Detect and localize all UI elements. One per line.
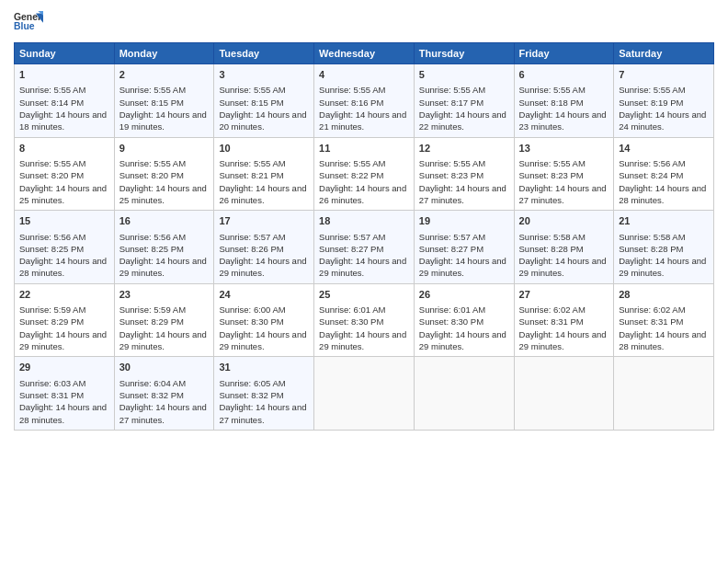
daylight-text: Daylight: 14 hours and 19 minutes. (119, 109, 210, 133)
calendar-day-cell: 20Sunrise: 5:58 AMSunset: 8:28 PMDayligh… (514, 211, 614, 284)
sunset-text: Sunset: 8:15 PM (219, 97, 309, 109)
calendar-day-cell: 17Sunrise: 5:57 AMSunset: 8:26 PMDayligh… (214, 211, 314, 284)
daylight-text: Daylight: 14 hours and 28 minutes. (619, 182, 709, 207)
calendar-day-cell: 19Sunrise: 5:57 AMSunset: 8:27 PMDayligh… (414, 211, 514, 284)
daylight-text: Daylight: 14 hours and 25 minutes. (19, 182, 109, 207)
daylight-text: Daylight: 14 hours and 29 minutes. (619, 255, 709, 280)
sunset-text: Sunset: 8:21 PM (219, 169, 309, 181)
sunrise-text: Sunrise: 5:56 AM (619, 157, 709, 169)
empty-cell (414, 357, 514, 431)
sunrise-text: Sunrise: 5:55 AM (19, 84, 109, 96)
col-header-thursday: Thursday (414, 43, 514, 64)
day-number: 17 (219, 214, 309, 228)
daylight-text: Daylight: 14 hours and 29 minutes. (19, 328, 109, 353)
calendar-day-cell: 5Sunrise: 5:55 AMSunset: 8:17 PMDaylight… (414, 64, 514, 138)
calendar-day-cell: 18Sunrise: 5:57 AMSunset: 8:27 PMDayligh… (314, 211, 415, 284)
daylight-text: Daylight: 14 hours and 21 minutes. (319, 109, 409, 133)
sunrise-text: Sunrise: 5:55 AM (519, 84, 609, 96)
calendar-header-row: SundayMondayTuesdayWednesdayThursdayFrid… (15, 43, 714, 64)
sunset-text: Sunset: 8:14 PM (19, 97, 109, 109)
calendar-week-row: 8Sunrise: 5:55 AMSunset: 8:20 PMDaylight… (15, 137, 714, 211)
calendar-day-cell: 8Sunrise: 5:55 AMSunset: 8:20 PMDaylight… (15, 137, 115, 211)
day-number: 4 (319, 68, 409, 82)
daylight-text: Daylight: 14 hours and 29 minutes. (419, 328, 509, 353)
sunset-text: Sunset: 8:30 PM (419, 316, 509, 327)
sunset-text: Sunset: 8:18 PM (519, 97, 609, 109)
day-number: 14 (619, 142, 709, 155)
daylight-text: Daylight: 14 hours and 29 minutes. (219, 328, 309, 353)
calendar-day-cell: 23Sunrise: 5:59 AMSunset: 8:29 PMDayligh… (114, 283, 214, 357)
day-number: 5 (419, 68, 509, 82)
day-number: 23 (119, 288, 210, 302)
sunrise-text: Sunrise: 6:05 AM (219, 377, 309, 389)
day-number: 11 (319, 142, 409, 155)
sunrise-text: Sunrise: 5:55 AM (119, 84, 210, 96)
calendar-day-cell: 10Sunrise: 5:55 AMSunset: 8:21 PMDayligh… (214, 137, 314, 211)
sunset-text: Sunset: 8:31 PM (19, 389, 109, 401)
sunset-text: Sunset: 8:30 PM (219, 316, 309, 327)
calendar-day-cell: 30Sunrise: 6:04 AMSunset: 8:32 PMDayligh… (114, 357, 214, 431)
day-number: 24 (219, 288, 309, 302)
daylight-text: Daylight: 14 hours and 29 minutes. (519, 328, 609, 353)
daylight-text: Daylight: 14 hours and 28 minutes. (19, 255, 109, 280)
day-number: 27 (519, 288, 609, 302)
day-number: 10 (219, 142, 309, 155)
sunrise-text: Sunrise: 5:55 AM (19, 157, 109, 169)
daylight-text: Daylight: 14 hours and 29 minutes. (319, 255, 409, 280)
daylight-text: Daylight: 14 hours and 26 minutes. (219, 182, 309, 207)
calendar-day-cell: 2Sunrise: 5:55 AMSunset: 8:15 PMDaylight… (114, 64, 214, 138)
daylight-text: Daylight: 14 hours and 18 minutes. (19, 109, 109, 133)
day-number: 7 (619, 68, 709, 82)
daylight-text: Daylight: 14 hours and 29 minutes. (119, 328, 210, 353)
calendar-week-row: 29Sunrise: 6:03 AMSunset: 8:31 PMDayligh… (15, 357, 714, 431)
sunrise-text: Sunrise: 6:01 AM (419, 304, 509, 316)
sunrise-text: Sunrise: 5:55 AM (219, 157, 309, 169)
sunrise-text: Sunrise: 5:58 AM (519, 231, 609, 243)
calendar-week-row: 22Sunrise: 5:59 AMSunset: 8:29 PMDayligh… (15, 283, 714, 357)
calendar-day-cell: 1Sunrise: 5:55 AMSunset: 8:14 PMDaylight… (15, 64, 115, 138)
calendar-day-cell: 25Sunrise: 6:01 AMSunset: 8:30 PMDayligh… (314, 283, 415, 357)
calendar-day-cell: 12Sunrise: 5:55 AMSunset: 8:23 PMDayligh… (414, 137, 514, 211)
sunrise-text: Sunrise: 5:55 AM (419, 84, 509, 96)
calendar-day-cell: 27Sunrise: 6:02 AMSunset: 8:31 PMDayligh… (514, 283, 614, 357)
daylight-text: Daylight: 14 hours and 27 minutes. (419, 182, 509, 207)
calendar-day-cell: 13Sunrise: 5:55 AMSunset: 8:23 PMDayligh… (514, 137, 614, 211)
sunset-text: Sunset: 8:25 PM (119, 243, 210, 255)
sunset-text: Sunset: 8:19 PM (619, 97, 709, 109)
sunset-text: Sunset: 8:27 PM (319, 243, 409, 255)
daylight-text: Daylight: 14 hours and 23 minutes. (519, 109, 609, 133)
col-header-wednesday: Wednesday (314, 43, 415, 64)
calendar-day-cell: 31Sunrise: 6:05 AMSunset: 8:32 PMDayligh… (214, 357, 314, 431)
sunrise-text: Sunrise: 5:58 AM (619, 231, 709, 243)
calendar-day-cell: 28Sunrise: 6:02 AMSunset: 8:31 PMDayligh… (614, 283, 714, 357)
sunrise-text: Sunrise: 6:02 AM (519, 304, 609, 316)
day-number: 29 (19, 361, 109, 374)
sunrise-text: Sunrise: 5:55 AM (419, 157, 509, 169)
calendar-day-cell: 4Sunrise: 5:55 AMSunset: 8:16 PMDaylight… (314, 64, 415, 138)
day-number: 28 (619, 288, 709, 302)
sunset-text: Sunset: 8:15 PM (119, 97, 210, 109)
sunset-text: Sunset: 8:30 PM (319, 316, 409, 327)
day-number: 30 (119, 361, 210, 374)
sunrise-text: Sunrise: 6:02 AM (619, 304, 709, 316)
logo: General Blue (14, 9, 43, 35)
day-number: 25 (319, 288, 409, 302)
calendar-day-cell: 15Sunrise: 5:56 AMSunset: 8:25 PMDayligh… (15, 211, 115, 284)
sunset-text: Sunset: 8:32 PM (119, 389, 210, 401)
day-number: 22 (19, 288, 109, 302)
sunset-text: Sunset: 8:23 PM (419, 169, 509, 181)
day-number: 9 (119, 142, 210, 155)
daylight-text: Daylight: 14 hours and 20 minutes. (219, 109, 309, 133)
daylight-text: Daylight: 14 hours and 26 minutes. (319, 182, 409, 207)
daylight-text: Daylight: 14 hours and 24 minutes. (619, 109, 709, 133)
calendar-day-cell: 24Sunrise: 6:00 AMSunset: 8:30 PMDayligh… (214, 283, 314, 357)
empty-cell (314, 357, 415, 431)
sunrise-text: Sunrise: 5:56 AM (119, 231, 210, 243)
sunrise-text: Sunrise: 6:03 AM (19, 377, 109, 389)
sunset-text: Sunset: 8:31 PM (519, 316, 609, 327)
sunset-text: Sunset: 8:29 PM (119, 316, 210, 327)
sunrise-text: Sunrise: 5:55 AM (319, 84, 409, 96)
sunset-text: Sunset: 8:25 PM (19, 243, 109, 255)
calendar-day-cell: 14Sunrise: 5:56 AMSunset: 8:24 PMDayligh… (614, 137, 714, 211)
calendar-day-cell: 16Sunrise: 5:56 AMSunset: 8:25 PMDayligh… (114, 211, 214, 284)
